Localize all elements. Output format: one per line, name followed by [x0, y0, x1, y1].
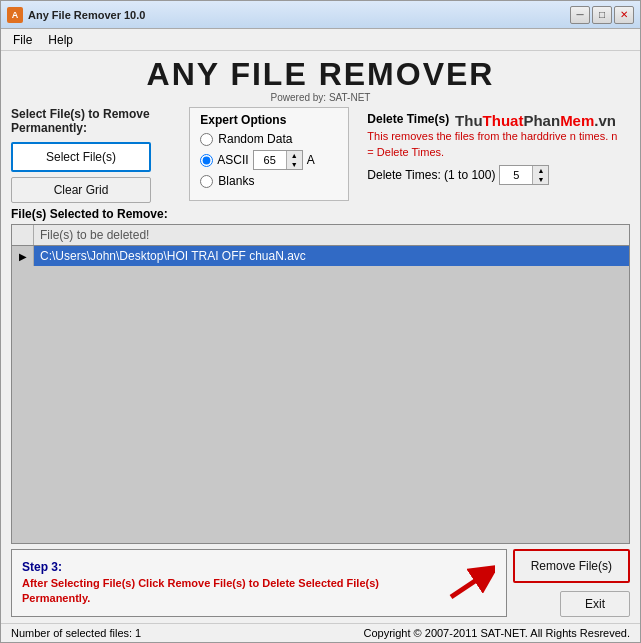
delete-spinner: ▲ ▼ [499, 165, 549, 185]
clear-grid-button[interactable]: Clear Grid [11, 177, 151, 203]
app-title: ANY FILE REMOVER [11, 57, 630, 92]
files-section: File(s) Selected to Remove: File(s) to b… [11, 207, 630, 544]
select-label: Select File(s) to Remove Permanently: [11, 107, 179, 135]
files-table: File(s) to be deleted! ▶ C:\Users\John\D… [11, 224, 630, 544]
maximize-button[interactable]: □ [592, 6, 612, 24]
watermark: ThuThuatPhanMem.vn [455, 112, 616, 129]
menu-help[interactable]: Help [40, 31, 81, 49]
powered-by: Powered by: SAT-NET [11, 92, 630, 103]
main-content: ThuThuatPhanMem.vn ANY FILE REMOVER Powe… [1, 51, 640, 623]
svg-line-1 [451, 573, 487, 597]
copyright: Copyright © 2007-2011 SAT-NET. All Right… [363, 627, 630, 639]
delete-spin-up[interactable]: ▲ [532, 166, 548, 175]
files-section-label: File(s) Selected to Remove: [11, 207, 630, 221]
selected-files-count: Number of selected files: 1 [11, 627, 141, 639]
ascii-spinner: ▲ ▼ [253, 150, 303, 170]
header-filename-col: File(s) to be deleted! [34, 225, 629, 245]
step-label: Step 3: [22, 560, 438, 574]
file-path: C:\Users\John\Desktop\HOI TRAI OFF chuaN… [34, 247, 629, 265]
status-bar: Number of selected files: 1 Copyright © … [1, 623, 640, 642]
row-arrow-icon: ▶ [12, 246, 34, 266]
delete-times-label: Delete Times: (1 to 100) [367, 168, 495, 182]
watermark-vn: vn [598, 112, 616, 129]
blanks-label: Blanks [218, 174, 254, 188]
title-bar-left: A Any File Remover 10.0 [7, 7, 145, 23]
expert-options: Expert Options Random Data ASCII ▲ [189, 107, 349, 201]
ascii-spin-down[interactable]: ▼ [286, 160, 302, 169]
app-title-area: ANY FILE REMOVER Powered by: SAT-NET [11, 57, 630, 103]
ascii-spinner-buttons: ▲ ▼ [286, 151, 302, 169]
files-table-header: File(s) to be deleted! [12, 225, 629, 246]
delete-times-row: Delete Times: (1 to 100) ▲ ▼ [367, 165, 622, 185]
random-data-radio[interactable] [200, 133, 213, 146]
expert-options-title: Expert Options [200, 113, 338, 127]
ascii-label: ASCII [217, 153, 248, 167]
arrow-svg [447, 559, 495, 607]
watermark-mem: Mem [560, 112, 594, 129]
delete-spin-down[interactable]: ▼ [532, 175, 548, 184]
step-text-area: Step 3: After Selecting File(s) Click Re… [22, 560, 438, 607]
header-arrow-col [12, 225, 34, 245]
watermark-thuat: Thuat [483, 112, 524, 129]
main-window: A Any File Remover 10.0 ─ □ ✕ File Help … [0, 0, 641, 643]
table-row[interactable]: ▶ C:\Users\John\Desktop\HOI TRAI OFF chu… [12, 246, 629, 266]
app-icon: A [7, 7, 23, 23]
select-files-button[interactable]: Select File(s) [11, 142, 151, 172]
ascii-input[interactable] [254, 151, 286, 169]
arrow-image [446, 558, 496, 608]
menu-bar: File Help [1, 29, 640, 51]
close-button[interactable]: ✕ [614, 6, 634, 24]
minimize-button[interactable]: ─ [570, 6, 590, 24]
title-bar: A Any File Remover 10.0 ─ □ ✕ [1, 1, 640, 29]
step-section: Step 3: After Selecting File(s) Click Re… [11, 549, 507, 617]
blanks-row: Blanks [200, 174, 338, 188]
watermark-phan: Phan [523, 112, 560, 129]
exit-button[interactable]: Exit [560, 591, 630, 617]
ascii-spin-up[interactable]: ▲ [286, 151, 302, 160]
window-title: Any File Remover 10.0 [28, 9, 145, 21]
select-group: Select File(s) to Remove Permanently: Se… [11, 107, 179, 203]
menu-file[interactable]: File [5, 31, 40, 49]
random-data-label: Random Data [218, 132, 292, 146]
delete-times-input[interactable] [500, 166, 532, 184]
watermark-thu: Thu [455, 112, 483, 129]
ascii-unit: A [307, 153, 315, 167]
ascii-row: ASCII ▲ ▼ A [200, 150, 338, 170]
ascii-radio[interactable] [200, 154, 213, 167]
step-description: After Selecting File(s) Click Remove Fil… [22, 576, 438, 607]
bottom-section: Step 3: After Selecting File(s) Click Re… [11, 549, 630, 617]
delete-spinner-buttons: ▲ ▼ [532, 166, 548, 184]
remove-files-button[interactable]: Remove File(s) [513, 549, 630, 583]
files-table-body[interactable]: ▶ C:\Users\John\Desktop\HOI TRAI OFF chu… [12, 246, 629, 543]
title-bar-buttons: ─ □ ✕ [570, 6, 634, 24]
random-data-row: Random Data [200, 132, 338, 146]
blanks-radio[interactable] [200, 175, 213, 188]
delete-times-desc: This removes the files from the harddriv… [367, 129, 622, 160]
action-buttons: Remove File(s) Exit [513, 549, 630, 617]
